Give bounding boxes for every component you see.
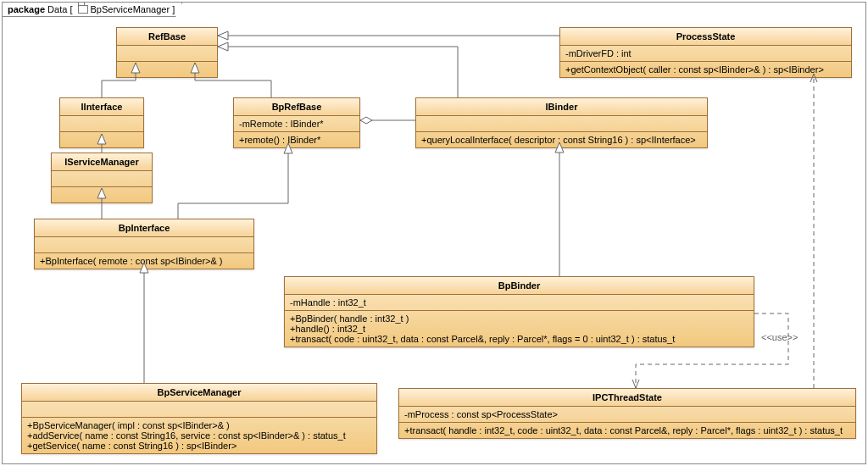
class-name: BpRefBase (234, 98, 359, 116)
class-name: IInterface (60, 98, 143, 116)
class-attrs (35, 237, 253, 253)
package-icon (78, 5, 88, 14)
op-line: +handle() : int32_t (290, 324, 748, 334)
class-attrs (416, 116, 707, 132)
class-ipcthreadstate: IPCThreadState -mProcess : const sp<Proc… (398, 388, 856, 439)
class-processstate: ProcessState -mDriverFD : int +getContex… (559, 27, 852, 78)
class-name: BpBinder (285, 277, 754, 295)
class-attrs (52, 171, 152, 187)
class-bpbinder: BpBinder -mHandle : int32_t +BpBinder( h… (284, 276, 754, 347)
class-ops: +remote() : IBinder* (234, 132, 359, 147)
package-name: Data (47, 4, 67, 14)
class-attrs: -mProcess : const sp<ProcessState> (399, 407, 855, 423)
package-tab: package Data [ BpServiceManager ] (3, 3, 182, 17)
class-ops (117, 62, 217, 77)
class-ops: +transact( handle : int32_t, code : uint… (399, 423, 855, 438)
class-attrs: -mRemote : IBinder* (234, 116, 359, 132)
class-ops: +BpInterface( remote : const sp<IBinder>… (35, 253, 253, 269)
class-attrs: -mDriverFD : int (560, 46, 851, 62)
op-line: +addService( name : const String16, serv… (27, 430, 371, 441)
class-name: BpInterface (35, 219, 253, 237)
class-ops: +BpBinder( handle : int32_t ) +handle() … (285, 311, 754, 347)
class-name: BpServiceManager (22, 384, 376, 402)
class-ops: +queryLocalInterface( descriptor : const… (416, 132, 707, 147)
class-attrs (60, 116, 143, 132)
class-attrs (22, 402, 376, 418)
class-ops (52, 187, 152, 202)
class-ops: +getContextObject( caller : const sp<IBi… (560, 62, 851, 77)
class-iinterface: IInterface (59, 97, 144, 148)
class-ops: +BpServiceManager( impl : const sp<IBind… (22, 418, 376, 453)
class-refbase: RefBase (116, 27, 218, 78)
op-line: +BpServiceManager( impl : const sp<IBind… (27, 420, 371, 430)
class-iservicemanager: IServiceManager (51, 153, 153, 203)
class-ibinder: IBinder +queryLocalInterface( descriptor… (415, 97, 708, 148)
class-name: RefBase (117, 28, 217, 46)
class-bpservicemanager: BpServiceManager +BpServiceManager( impl… (21, 383, 377, 454)
class-name: ProcessState (560, 28, 851, 46)
package-keyword: package (8, 4, 45, 14)
op-line: +transact( code : uint32_t, data : const… (290, 334, 748, 344)
op-line: +BpBinder( handle : int32_t ) (290, 313, 748, 324)
class-attrs: -mHandle : int32_t (285, 295, 754, 311)
class-name: IBinder (416, 98, 707, 116)
package-ref: BpServiceManager (91, 4, 170, 14)
class-attrs (117, 46, 217, 62)
class-bprefbase: BpRefBase -mRemote : IBinder* +remote() … (233, 97, 360, 148)
op-line: +getService( name : const String16 ) : s… (27, 441, 371, 451)
class-name: IPCThreadState (399, 389, 855, 407)
class-bpinterface: BpInterface +BpInterface( remote : const… (34, 219, 254, 269)
class-ops (60, 132, 143, 147)
class-name: IServiceManager (52, 153, 152, 171)
